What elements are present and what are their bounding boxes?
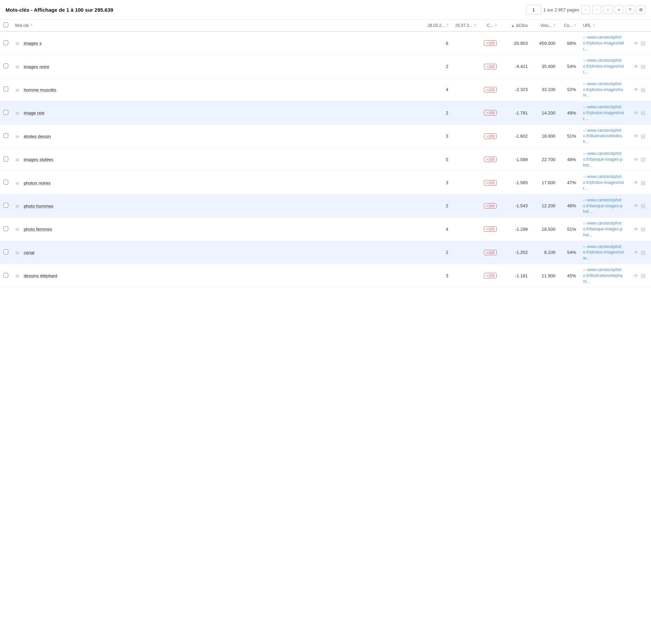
row-checkbox[interactable] — [3, 226, 8, 231]
page-header: Mots-clés - Affichage de 1 à 100 sur 295… — [0, 0, 651, 20]
chart-icon[interactable]: ▤ — [641, 110, 645, 116]
col-date1-question-icon[interactable]: ? — [446, 23, 448, 28]
preview-icon[interactable]: 👁 — [633, 157, 639, 162]
preview-icon[interactable]: 👁 — [633, 63, 639, 69]
url-cell: ▭www.canstockphoto.fr/photos-images/noir… — [580, 101, 628, 125]
c-cell: >100 — [479, 31, 500, 55]
row-checkbox[interactable] — [3, 40, 8, 45]
url-cell: ▭www.canstockphoto.fr/banque-images-phot… — [580, 148, 628, 171]
table-row: ≣ étoiles dessin 3 >100 -1.602 18.000 51… — [0, 125, 651, 148]
chart-icon[interactable]: ▤ — [641, 226, 645, 232]
preview-icon[interactable]: 👁 — [633, 180, 639, 186]
keyword-text[interactable]: homme musclés — [24, 87, 57, 92]
table-row: ≣ images noire 2 >100 -4.421 35.000 54% … — [0, 55, 651, 78]
settings-button[interactable]: ⚙ — [637, 5, 645, 14]
col-c-question-icon[interactable]: ? — [495, 23, 497, 28]
list-icon: ≣ — [15, 203, 20, 209]
c-cell: >100 — [479, 241, 500, 264]
table-row: ≣ cerial 2 >100 -1.202 8.100 54% ▭www.ca… — [0, 241, 651, 264]
next-page-button[interactable]: › — [603, 5, 612, 14]
keyword-cell: ≣ images stylées — [12, 148, 424, 171]
col-vol-label: Volu... — [541, 23, 552, 28]
chart-icon[interactable]: ▤ — [641, 156, 645, 162]
preview-icon[interactable]: 👁 — [633, 273, 639, 279]
row-actions-cell: 👁 ▤ — [628, 171, 651, 194]
chart-icon[interactable]: ▤ — [641, 87, 645, 93]
date1-cell: 2 — [424, 194, 452, 217]
external-link-icon: ▭ — [583, 175, 586, 179]
keyword-cell: ≣ photo femmes — [12, 218, 424, 241]
row-checkbox[interactable] — [3, 110, 8, 115]
preview-icon[interactable]: 👁 — [633, 226, 639, 232]
keyword-cell: ≣ images s — [12, 31, 424, 55]
keyword-text[interactable]: images s — [24, 41, 42, 46]
last-page-button[interactable]: » — [614, 5, 623, 14]
row-checkbox-cell — [0, 264, 12, 287]
date1-cell: 4 — [424, 218, 452, 241]
chart-icon[interactable]: ▤ — [641, 203, 645, 209]
page-number-input[interactable] — [526, 5, 541, 14]
col-header-date1[interactable]: 28.03.2... ? — [424, 20, 452, 31]
c-badge: >100 — [484, 87, 497, 92]
keyword-text[interactable]: photo femmes — [24, 227, 52, 232]
chart-icon[interactable]: ▤ — [641, 249, 645, 256]
chart-icon[interactable]: ▤ — [641, 40, 645, 46]
row-checkbox[interactable] — [3, 133, 8, 138]
co-cell: 48% — [559, 194, 580, 217]
keyword-cell: ≣ photos noires — [12, 171, 424, 194]
row-checkbox[interactable] — [3, 273, 8, 278]
keyword-text[interactable]: dessins éléphant — [24, 273, 58, 278]
col-co-question-icon[interactable]: ? — [574, 23, 576, 28]
col-vol-question-icon[interactable]: ? — [553, 23, 555, 28]
c-cell: >100 — [479, 218, 500, 241]
preview-icon[interactable]: 👁 — [633, 110, 639, 116]
row-checkbox[interactable] — [3, 87, 8, 91]
keyword-text[interactable]: images noire — [24, 64, 49, 69]
col-header-keyword[interactable]: Mot-clé ? — [12, 20, 424, 31]
chart-icon[interactable]: ▤ — [641, 180, 645, 186]
chart-icon[interactable]: ▤ — [641, 133, 645, 139]
row-checkbox[interactable] — [3, 157, 8, 161]
select-all-checkbox[interactable] — [3, 22, 8, 27]
c-badge: >100 — [484, 64, 497, 69]
chart-icon[interactable]: ▤ — [641, 273, 645, 279]
chart-icon[interactable]: ▤ — [641, 63, 645, 70]
delta-cell: -1.202 — [500, 241, 531, 264]
pagination-controls: 1 sur 2.957 pages « ‹ › » ? ⚙ — [526, 5, 645, 14]
c-badge: >100 — [484, 133, 497, 139]
keyword-text[interactable]: étoiles dessin — [24, 134, 51, 139]
preview-icon[interactable]: 👁 — [633, 40, 639, 46]
page-title: Mots-clés - Affichage de 1 à 100 sur 295… — [6, 7, 521, 13]
delta-cell: -1.589 — [500, 148, 531, 171]
co-cell: 52% — [559, 78, 580, 101]
date2-cell — [452, 31, 479, 55]
select-all-header — [0, 20, 12, 31]
preview-icon[interactable]: 👁 — [633, 249, 639, 255]
c-cell: >100 — [479, 264, 500, 287]
col-keyword-question-icon[interactable]: ? — [30, 23, 32, 28]
row-actions-cell: 👁 ▤ — [628, 148, 651, 171]
col-header-c[interactable]: C... ? — [479, 20, 500, 31]
col-header-url[interactable]: URL ? — [580, 20, 628, 31]
row-checkbox[interactable] — [3, 203, 8, 208]
preview-icon[interactable]: 👁 — [633, 133, 639, 139]
row-checkbox[interactable] — [3, 180, 8, 185]
first-page-button[interactable]: « — [581, 5, 590, 14]
row-checkbox[interactable] — [3, 63, 8, 68]
col-header-volume[interactable]: Volu... ? — [531, 20, 559, 31]
col-header-date2[interactable]: 25.07.2... ? — [452, 20, 479, 31]
col-header-co[interactable]: Co... ? — [559, 20, 580, 31]
keyword-text[interactable]: image noir — [24, 110, 45, 116]
row-checkbox[interactable] — [3, 249, 8, 254]
keyword-text[interactable]: photo hommes — [24, 204, 54, 209]
preview-icon[interactable]: 👁 — [633, 203, 639, 209]
keyword-text[interactable]: photos noires — [24, 180, 51, 186]
col-header-delta[interactable]: ▲ ΔClics — [500, 20, 531, 31]
help-button[interactable]: ? — [625, 5, 634, 14]
keyword-text[interactable]: cerial — [24, 250, 35, 255]
keyword-text[interactable]: images stylées — [24, 157, 54, 162]
col-date2-question-icon[interactable]: ? — [474, 23, 476, 28]
col-url-question-icon[interactable]: ? — [593, 23, 595, 28]
prev-page-button[interactable]: ‹ — [592, 5, 601, 14]
preview-icon[interactable]: 👁 — [633, 87, 639, 92]
